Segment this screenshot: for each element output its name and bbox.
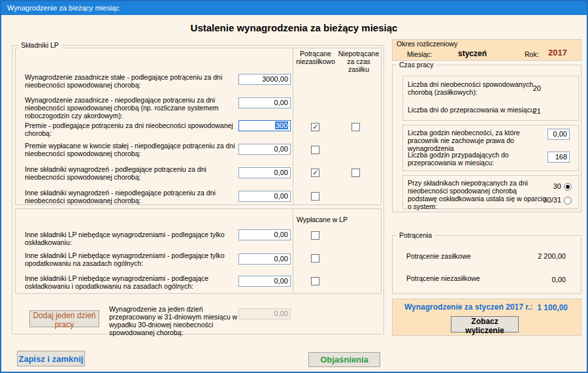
potracenie-niezasilkowe-value: 0,00 — [498, 276, 566, 284]
column-header-potracane: Potrącane niezasiłkowo — [294, 50, 337, 65]
result-panel: Wynagrodzenie za styczeń 2017 r.: 1 100,… — [392, 299, 581, 336]
checkbox-potracane[interactable] — [311, 192, 319, 201]
radio-3031-label: 30/31 — [535, 196, 561, 204]
potracenia-caption: Potrącenia — [397, 231, 434, 239]
row-label: Inne składniki wynagrodzeń - podlegające… — [25, 165, 238, 181]
potracenia-group — [392, 235, 581, 294]
column-header-niepotracane: Niepotrącane za czas zasiłku — [336, 50, 382, 73]
window-title: Wynagrodzenie za bieżący miesiąc — [7, 4, 120, 12]
godziny-nieobecnosci-label: Liczba godzin nieobecności, za które pra… — [408, 129, 542, 152]
row-label: Wynagrodzenie zasadnicze stałe - podlega… — [25, 73, 238, 89]
row-input[interactable]: 0,00 — [238, 229, 291, 240]
skladniki-group-caption: Składniki LP — [18, 41, 61, 49]
row-input[interactable]: 0,00 — [238, 144, 291, 155]
column-divider — [293, 48, 293, 204]
row-label: Wynagrodzenie zasadnicze - niepodlegając… — [25, 96, 238, 120]
rok-label: Rok: — [525, 50, 539, 58]
row-input[interactable]: 0,00 — [238, 167, 291, 178]
checkbox-wyplacane[interactable] — [311, 277, 319, 285]
row-label: Inne składniki LP niebędące wynagrodzeni… — [25, 231, 238, 246]
dni-przepracowania-value: 21 — [515, 107, 541, 115]
godziny-nieobecnosci-input[interactable]: 0,00 — [547, 129, 570, 140]
system-label: Przy składnikach niepotrącanych za dni n… — [408, 179, 546, 210]
extra-day-label: Wynagrodzenie za jeden dzień przepracowa… — [109, 305, 240, 336]
radio-30[interactable] — [564, 183, 572, 191]
rok-value: 2017 — [548, 49, 567, 57]
result-value: 1 100,00 — [496, 303, 568, 312]
explanations-button[interactable]: Objaśnienia — [308, 352, 380, 367]
show-calculation-button[interactable]: Zobacz wyliczenie — [451, 316, 519, 332]
potracenie-zasilkowe-value: 2 200,00 — [498, 252, 566, 260]
miesiac-value: styczeń — [458, 50, 487, 57]
row-label: Premie - podlegające potrąceniu za dni n… — [25, 122, 238, 137]
godziny-przepracowania-label: Liczba godzin przypadających do przeprac… — [408, 151, 542, 167]
extra-day-input-disabled: 0,00 — [238, 308, 291, 319]
radio-3031[interactable] — [564, 197, 572, 204]
row-label: Inne składniki LP niebędące wynagrodzeni… — [25, 274, 238, 290]
checkbox-potracane[interactable] — [311, 169, 319, 177]
checkbox-niepotracane[interactable] — [351, 123, 360, 131]
dialog-window: Wynagrodzenie za bieżący miesiąc Ustalen… — [0, 0, 588, 373]
column-divider — [293, 209, 293, 293]
row-label: Premie wypłacane w kwocie stałej - niepo… — [25, 142, 238, 157]
radio-30-label: 30 — [535, 182, 561, 190]
miesiac-label: Miesiąc: — [407, 50, 433, 58]
okres-caption: Okres rozliczeniowy — [397, 40, 457, 48]
save-close-button[interactable]: Zapisz i zamknij — [17, 351, 85, 366]
okres-group: Okres rozliczeniowy Miesiąc: styczeń Rok… — [392, 39, 581, 61]
row-label: Inne składniki wynagrodzeń - niepodlegaj… — [25, 189, 238, 204]
czas-pracy-caption: Czas pracy — [397, 61, 436, 69]
row-input-focused[interactable]: 300 — [238, 120, 291, 131]
checkbox-wyplacane[interactable] — [311, 231, 319, 240]
title-bar: Wynagrodzenie za bieżący miesiąc — [1, 1, 587, 15]
dni-choroba-value: 20 — [515, 84, 541, 92]
checkbox-potracane[interactable] — [311, 146, 319, 154]
page-title: Ustalenie wynagrodzenia za bieżący miesi… — [1, 22, 587, 33]
row-input[interactable]: 0,00 — [238, 253, 291, 265]
add-workday-button[interactable]: Dodaj jeden dzień pracy — [29, 310, 99, 327]
column-header-wyplacane: Wypłacane w LP — [297, 216, 375, 223]
checkbox-niepotracane[interactable] — [351, 169, 360, 177]
selected-text: 300 — [275, 122, 288, 129]
row-label: Inne składniki LP niebędące wynagrodzeni… — [25, 251, 238, 267]
row-input[interactable]: 0,00 — [238, 191, 291, 202]
godziny-przepracowania-input[interactable]: 168 — [547, 152, 570, 163]
row-input[interactable]: 0,00 — [238, 276, 291, 287]
checkbox-potracane[interactable] — [311, 123, 319, 131]
row-input[interactable]: 3000,00 — [238, 74, 291, 85]
checkbox-wyplacane[interactable] — [311, 254, 319, 263]
row-input[interactable]: 0,00 — [238, 97, 291, 108]
